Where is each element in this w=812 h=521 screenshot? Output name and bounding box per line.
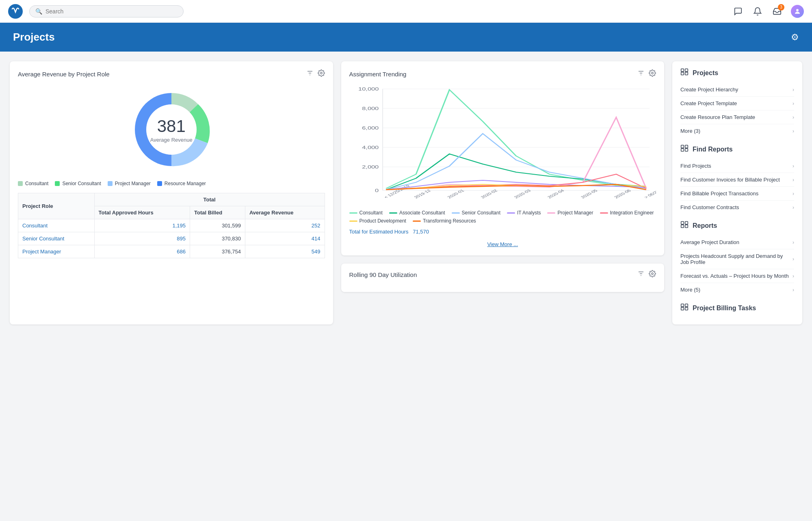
avg-consultant[interactable]: 252 [245,219,325,232]
legend-label-consultant: Consultant [25,181,48,186]
svg-text:2020-05: 2020-05 [580,189,598,199]
nav-label-avg-project-duration: Average Project Duration [680,239,739,245]
legend-associate-consultant: Associate Consultant [389,210,445,216]
rolling-card-header: Rolling 90 Day Utilization [349,270,656,279]
gear-icon-rolling[interactable] [649,270,656,279]
settings-icon[interactable]: ⚙ [791,32,799,43]
nav-item-headcount-supply-demand[interactable]: Projects Headcount Supply and Demand by … [680,249,794,269]
divider-1 [680,138,794,144]
svg-point-0 [796,9,799,11]
th-total-billed: Total Billed [190,206,245,219]
search-input[interactable] [45,8,178,15]
avg-project-manager[interactable]: 549 [245,245,325,258]
legend-line-associate [389,212,397,214]
divider-3 [680,296,794,303]
filter-icon-rolling[interactable] [637,270,645,279]
svg-rect-37 [685,69,688,72]
billed-consultant: 301,599 [190,219,245,232]
hours-senior-consultant[interactable]: 895 [94,232,190,245]
role-senior-consultant[interactable]: Senior Consultant [18,232,95,245]
legend-dot-senior-consultant [55,181,60,186]
svg-text:0: 0 [375,188,379,193]
inbox-icon[interactable]: 3 [771,6,783,17]
svg-text:2020-03: 2020-03 [513,189,531,199]
svg-rect-44 [681,222,684,225]
total-value: 71,570 [413,229,429,235]
find-reports-nav-list: Find Projects › Find Customer Invoices f… [680,159,794,214]
chevron-right-icon: › [793,163,794,169]
nav-label-more-projects: More (3) [680,128,700,134]
nav-item-create-resource-plan-template[interactable]: Create Resource Plan Template › [680,110,794,124]
role-consultant[interactable]: Consultant [18,219,95,232]
billed-project-manager: 376,754 [190,245,245,258]
donut-chart-card: Average Revenue by Project Role [10,61,333,324]
nav-item-more-reports[interactable]: More (5) › [680,283,794,296]
section-header-reports: Reports [680,221,794,231]
svg-point-9 [652,72,654,74]
donut-center-text: 381 Average Revenue [150,117,193,143]
legend-line-tr [413,221,421,222]
nav-label-find-customer-invoices: Find Customer Invoices for Billable Proj… [680,177,780,183]
donut-card-header: Average Revenue by Project Role [18,69,325,78]
nav-item-create-project-hierarchy[interactable]: Create Project Hierarchy › [680,83,794,97]
bell-icon[interactable] [752,6,763,17]
legend-line-pm [547,212,555,214]
billed-senior-consultant: 370,830 [190,232,245,245]
legend-label-transforming-resources: Transforming Resources [423,218,476,224]
svg-rect-47 [685,225,688,228]
nav-item-find-billable-transactions[interactable]: Find Billable Project Transactions › [680,187,794,201]
divider-2 [680,214,794,221]
svg-text:2020-06: 2020-06 [613,189,632,199]
line-chart-legend: Consultant Associate Consultant Senior C… [349,210,656,224]
nav-item-find-customer-contracts[interactable]: Find Customer Contracts › [680,201,794,214]
filter-icon-line[interactable] [637,69,645,78]
inbox-badge: 3 [778,4,784,11]
legend-item-resource-manager: Resource Manager [157,181,206,186]
filter-icon[interactable] [306,69,314,78]
hours-project-manager[interactable]: 686 [94,245,190,258]
section-title-find-reports: Find Reports [693,146,733,153]
table-row: Project Manager 686 376,754 549 [18,245,325,258]
search-bar[interactable]: 🔍 [29,5,184,17]
nav-icons: 3 [732,5,804,18]
gear-icon[interactable] [318,69,325,78]
legend-label-integration-engineer: Integration Engineer [610,210,654,216]
reports-section-icon [680,221,689,231]
legend-dot-project-manager [108,181,113,186]
nav-item-forecast-actuals[interactable]: Forecast vs. Actuals – Project Hours by … [680,269,794,283]
legend-it-analysts: IT Analysts [507,210,541,216]
nav-item-more-projects[interactable]: More (3) › [680,124,794,138]
page-title: Projects [13,31,55,43]
table-row: Senior Consultant 895 370,830 414 [18,232,325,245]
svg-text:2,000: 2,000 [362,165,379,169]
svg-rect-45 [685,222,688,225]
hours-consultant[interactable]: 1,195 [94,219,190,232]
section-title-projects: Projects [693,69,718,77]
top-nav: 🔍 3 [0,0,812,23]
section-header-billing-tasks: Project Billing Tasks [680,303,794,313]
legend-label-senior-consultant-line: Senior Consultant [462,210,500,216]
legend-line-consultant [349,212,357,214]
gear-icon-line[interactable] [649,69,656,78]
view-more-button[interactable]: View More ... [349,241,656,247]
svg-rect-41 [685,145,688,148]
nav-label-more-reports: More (5) [680,287,700,293]
search-icon: 🔍 [35,8,42,15]
nav-item-find-projects[interactable]: Find Projects › [680,159,794,173]
nav-item-create-project-template[interactable]: Create Project Template › [680,97,794,110]
legend-project-manager-line: Project Manager [547,210,593,216]
avatar[interactable] [791,5,804,18]
donut-center-value: 381 [150,117,193,136]
chat-icon[interactable] [732,6,744,17]
svg-rect-40 [681,145,684,148]
nav-label-find-projects: Find Projects [680,163,711,169]
legend-label-project-manager-line: Project Manager [557,210,593,216]
avg-senior-consultant[interactable]: 414 [245,232,325,245]
nav-item-find-customer-invoices[interactable]: Find Customer Invoices for Billable Proj… [680,173,794,187]
donut-card-actions [306,69,325,78]
role-project-manager[interactable]: Project Manager [18,245,95,258]
nav-item-avg-project-duration[interactable]: Average Project Duration › [680,236,794,249]
avatar-image [791,5,804,18]
donut-center-label: Average Revenue [150,137,193,143]
svg-rect-43 [685,149,688,151]
